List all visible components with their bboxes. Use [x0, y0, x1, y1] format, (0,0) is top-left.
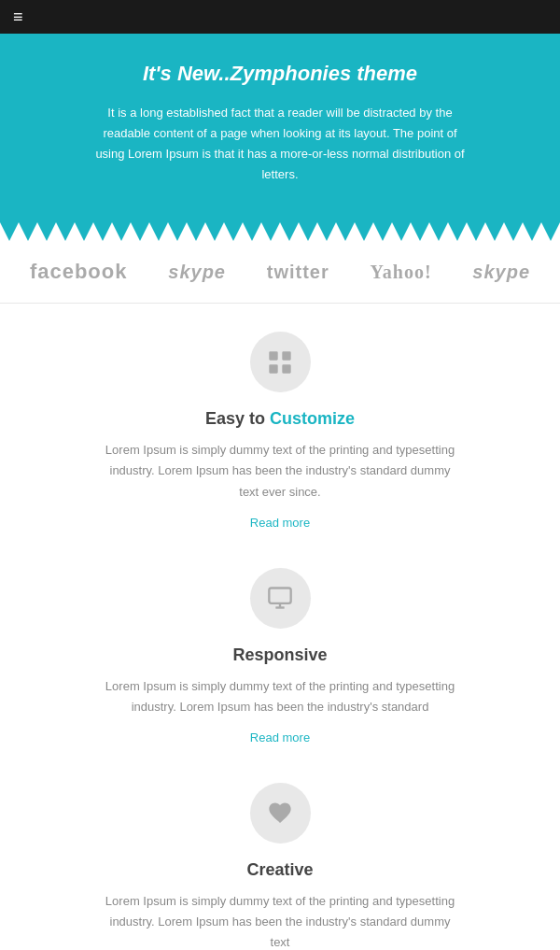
hamburger-icon[interactable]: ≡ — [13, 7, 23, 27]
svg-rect-3 — [269, 364, 277, 373]
hero-title: It's New..Zymphonies theme — [19, 62, 541, 86]
logo-skype2: skype — [472, 262, 530, 283]
logo-facebook: facebook — [30, 260, 128, 284]
svg-rect-5 — [269, 588, 290, 603]
customize-icon-wrap — [250, 332, 311, 392]
monitor-icon — [267, 585, 293, 611]
feature-responsive-title: Responsive — [19, 645, 541, 665]
feature-responsive: Responsive Lorem Ipsum is simply dummy t… — [19, 568, 541, 745]
logo-skype: skype — [168, 262, 226, 283]
feature-responsive-readmore[interactable]: Read more — [250, 730, 310, 744]
feature-customize-desc: Lorem Ipsum is simply dummy text of the … — [103, 440, 457, 502]
feature-customize-title: Easy to Customize — [19, 409, 541, 429]
heart-icon — [267, 800, 293, 826]
features-section: Easy to Customize Lorem Ipsum is simply … — [0, 304, 560, 950]
logos-bar: facebook skype twitter Yahoo! skype — [0, 241, 560, 304]
svg-marker-0 — [0, 222, 560, 241]
svg-rect-2 — [282, 351, 290, 360]
hero-section: It's New..Zymphonies theme It is a long … — [0, 34, 560, 241]
customize-icon — [267, 349, 293, 376]
svg-rect-1 — [269, 351, 277, 360]
logo-yahoo: Yahoo! — [371, 262, 432, 283]
feature-customize: Easy to Customize Lorem Ipsum is simply … — [19, 332, 541, 530]
creative-icon-wrap — [250, 783, 311, 844]
hero-zigzag-divider — [0, 222, 560, 241]
feature-customize-readmore[interactable]: Read more — [250, 516, 310, 530]
svg-rect-4 — [282, 364, 290, 373]
top-navigation: ≡ — [0, 0, 560, 34]
hero-text: It is a long established fact that a rea… — [93, 103, 467, 185]
feature-creative-desc: Lorem Ipsum is simply dummy text of the … — [103, 891, 457, 950]
feature-creative: Creative Lorem Ipsum is simply dummy tex… — [19, 783, 541, 950]
logo-twitter: twitter — [267, 262, 329, 283]
feature-responsive-desc: Lorem Ipsum is simply dummy text of the … — [103, 676, 457, 717]
feature-creative-title: Creative — [19, 860, 541, 880]
responsive-icon-wrap — [250, 568, 311, 629]
